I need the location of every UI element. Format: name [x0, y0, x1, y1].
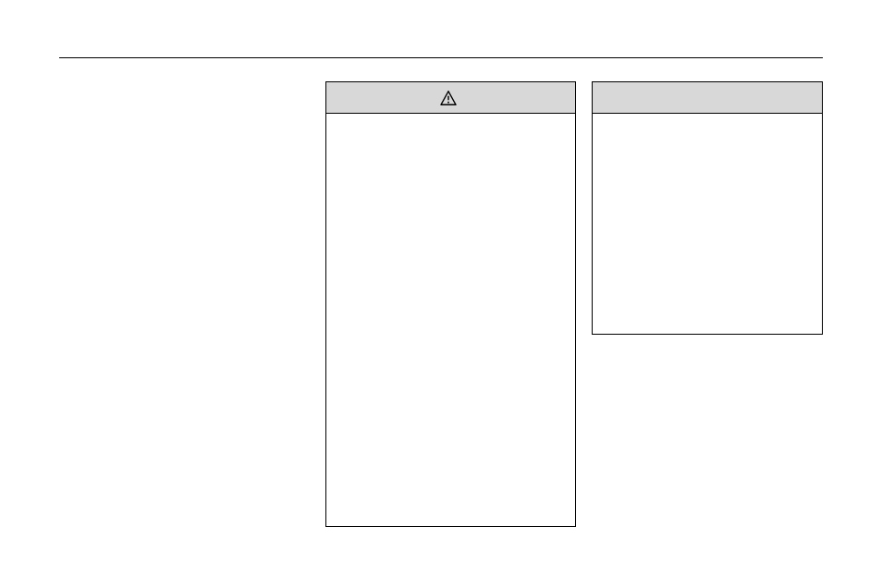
notice-box-body	[593, 114, 822, 334]
caution-box	[325, 81, 576, 527]
page	[0, 0, 882, 588]
horizontal-rule	[59, 57, 823, 58]
caution-box-body	[326, 114, 575, 526]
notice-box	[592, 81, 823, 335]
warning-triangle-icon	[440, 91, 457, 105]
notice-box-header	[593, 82, 822, 114]
svg-point-1	[447, 101, 449, 103]
caution-box-header	[326, 82, 575, 114]
